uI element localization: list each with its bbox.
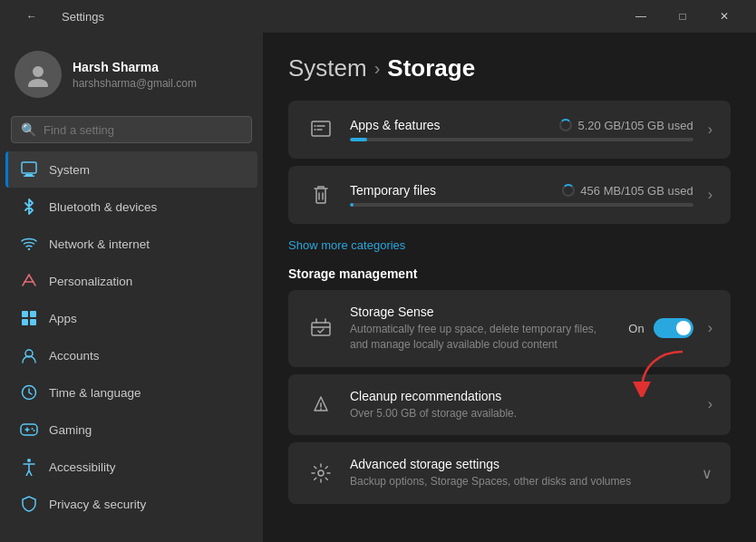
svg-point-5 xyxy=(28,248,30,250)
svg-point-0 xyxy=(33,66,44,77)
back-button[interactable]: ← xyxy=(11,0,53,33)
user-name: Harsh Sharma xyxy=(73,60,197,74)
gaming-icon xyxy=(20,421,38,439)
sidebar-item-system[interactable]: System xyxy=(5,151,257,188)
cleanup-recommendations-title: Cleanup recommendations xyxy=(350,389,693,403)
avatar xyxy=(15,51,62,98)
sidebar-item-gaming-label: Gaming xyxy=(49,423,92,437)
sidebar-item-gaming[interactable]: Gaming xyxy=(5,411,257,448)
svg-point-15 xyxy=(27,459,31,462)
svg-point-17 xyxy=(315,125,316,127)
storage-sense-chevron: › xyxy=(708,320,712,336)
cleanup-recommendations-chevron: › xyxy=(708,396,712,412)
svg-point-14 xyxy=(34,430,35,431)
advanced-storage-card[interactable]: Advanced storage settings Backup options… xyxy=(288,442,731,504)
titlebar-title: Settings xyxy=(62,10,104,24)
temp-files-progress-fill xyxy=(350,203,354,207)
user-profile[interactable]: Harsh Sharma harshsharma@gmail.com xyxy=(0,33,263,112)
nav-section: System Bluetooth & devices xyxy=(0,150,263,533)
storage-sense-toggle[interactable] xyxy=(654,318,693,338)
network-icon xyxy=(20,235,38,253)
sidebar-item-bluetooth[interactable]: Bluetooth & devices xyxy=(5,189,257,225)
accounts-icon xyxy=(20,346,38,364)
advanced-storage-expand[interactable]: ∨ xyxy=(702,465,712,482)
storage-sense-card[interactable]: Storage Sense Automatically free up spac… xyxy=(288,290,731,367)
sidebar-item-accessibility-label: Accessibility xyxy=(49,460,116,474)
temp-files-card[interactable]: Temporary files 456 MB/105 GB used › xyxy=(288,166,731,224)
minimize-button[interactable]: — xyxy=(620,0,662,33)
titlebar-left: ← Settings xyxy=(11,0,104,33)
storage-sense-desc: Automatically free up space, delete temp… xyxy=(350,322,614,353)
storage-sense-icon xyxy=(306,314,335,343)
apps-features-size: 5.20 GB/105 GB used xyxy=(559,119,693,132)
system-icon xyxy=(20,160,38,179)
window-controls: — □ ✕ xyxy=(620,0,745,33)
advanced-storage-desc: Backup options, Storage Spaces, other di… xyxy=(350,474,658,489)
temp-files-icon xyxy=(306,180,335,209)
sidebar-item-personalization-label: Personalization xyxy=(49,275,132,288)
bluetooth-icon xyxy=(20,198,38,216)
apps-features-card[interactable]: Apps & features 5.20 GB/105 GB used › xyxy=(288,101,731,159)
storage-sense-body: Storage Sense Automatically free up spac… xyxy=(350,305,614,353)
sidebar-item-time-label: Time & language xyxy=(49,386,141,400)
search-box[interactable]: 🔍 xyxy=(11,116,252,143)
temp-files-title-row: Temporary files 456 MB/105 GB used xyxy=(350,183,693,198)
temp-files-spinner xyxy=(562,184,575,197)
advanced-storage-icon xyxy=(306,459,335,488)
search-input[interactable] xyxy=(44,123,242,137)
sidebar-item-accounts[interactable]: Accounts xyxy=(5,337,257,373)
svg-rect-9 xyxy=(30,319,36,325)
svg-rect-6 xyxy=(22,311,28,317)
apps-features-progress-bar xyxy=(350,138,693,141)
breadcrumb: System › Storage xyxy=(288,54,731,82)
sidebar-item-time[interactable]: Time & language xyxy=(5,374,257,411)
cleanup-recommendations-icon xyxy=(306,390,335,419)
cleanup-recommendations-card[interactable]: Cleanup recommendations Over 5.00 GB of … xyxy=(288,374,731,436)
svg-point-21 xyxy=(318,470,324,476)
sidebar: Harsh Sharma harshsharma@gmail.com 🔍 Sys… xyxy=(0,33,263,542)
storage-sense-right: On xyxy=(628,318,693,338)
search-icon: 🔍 xyxy=(21,122,36,137)
sidebar-item-personalization[interactable]: Personalization xyxy=(5,263,257,299)
svg-point-1 xyxy=(28,79,48,87)
maximize-button[interactable]: □ xyxy=(662,0,703,33)
apps-features-body: Apps & features 5.20 GB/105 GB used xyxy=(350,118,693,141)
sidebar-item-system-label: System xyxy=(49,163,90,177)
apps-features-spinner xyxy=(559,119,572,131)
titlebar: ← Settings — □ ✕ xyxy=(0,0,756,33)
sidebar-item-bluetooth-label: Bluetooth & devices xyxy=(49,200,157,214)
storage-sense-toggle-label: On xyxy=(628,322,644,335)
storage-sense-title: Storage Sense xyxy=(350,305,614,319)
sidebar-item-apps[interactable]: Apps xyxy=(5,300,257,336)
close-button[interactable]: ✕ xyxy=(703,0,745,33)
sidebar-item-accessibility[interactable]: Accessibility xyxy=(5,449,257,485)
sidebar-item-network[interactable]: Network & internet xyxy=(5,226,257,262)
breadcrumb-system: System xyxy=(288,54,367,82)
svg-point-13 xyxy=(32,428,34,430)
cleanup-recommendations-desc: Over 5.00 GB of storage available. xyxy=(350,406,658,421)
sidebar-item-network-label: Network & internet xyxy=(49,237,150,251)
sidebar-item-apps-label: Apps xyxy=(49,312,77,325)
user-info: Harsh Sharma harshsharma@gmail.com xyxy=(73,60,197,90)
time-icon xyxy=(20,383,38,402)
privacy-icon xyxy=(20,495,38,513)
apps-icon xyxy=(20,309,38,327)
apps-features-title: Apps & features xyxy=(350,118,441,132)
sidebar-item-privacy-label: Privacy & security xyxy=(49,498,146,511)
cleanup-recommendations-body: Cleanup recommendations Over 5.00 GB of … xyxy=(350,389,693,421)
show-more-link[interactable]: Show more categories xyxy=(288,238,405,252)
svg-rect-16 xyxy=(312,121,330,136)
personalization-icon xyxy=(20,272,38,290)
temp-files-chevron: › xyxy=(708,187,712,203)
svg-rect-7 xyxy=(30,311,36,317)
sidebar-item-privacy[interactable]: Privacy & security xyxy=(5,486,257,522)
accessibility-icon xyxy=(20,458,38,476)
svg-rect-8 xyxy=(22,319,28,325)
main-content: System › Storage Apps & features 5 xyxy=(263,33,756,542)
apps-features-progress-fill xyxy=(350,138,367,141)
advanced-storage-body: Advanced storage settings Backup options… xyxy=(350,457,687,489)
svg-rect-4 xyxy=(24,176,34,178)
temp-files-title: Temporary files xyxy=(350,183,436,198)
apps-features-chevron: › xyxy=(708,121,712,138)
advanced-storage-title: Advanced storage settings xyxy=(350,457,687,471)
